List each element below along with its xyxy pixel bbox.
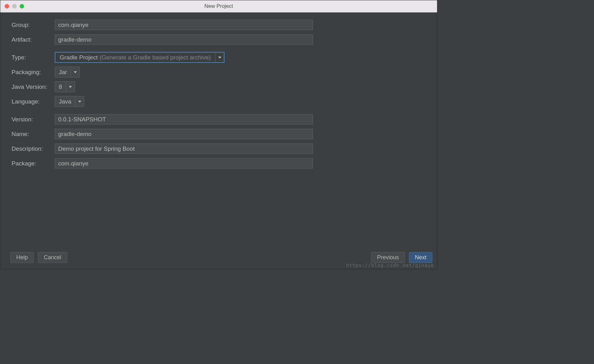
java-version-dropdown[interactable]: 8 (55, 81, 75, 92)
close-icon[interactable] (5, 4, 9, 8)
traffic-lights (5, 4, 24, 8)
group-input[interactable] (55, 20, 313, 30)
package-input[interactable] (55, 158, 313, 169)
maximize-icon[interactable] (20, 4, 24, 8)
language-dropdown[interactable]: Java (55, 96, 84, 107)
svg-marker-1 (74, 71, 77, 73)
type-label: Type: (12, 54, 55, 61)
name-input[interactable] (55, 129, 313, 139)
type-value: Gradle Project (60, 54, 98, 61)
help-button[interactable]: Help (10, 252, 34, 263)
packaging-dropdown[interactable]: Jar (55, 67, 80, 78)
packaging-value: Jar (59, 69, 67, 76)
type-dropdown[interactable]: Gradle Project (Generate a Gradle based … (55, 52, 224, 63)
form-content: Group: Artifact: Type: Gradle Project (G… (0, 13, 437, 169)
artifact-input[interactable] (55, 34, 313, 45)
java-version-value: 8 (59, 83, 62, 90)
svg-marker-0 (218, 57, 221, 58)
svg-marker-2 (69, 86, 72, 88)
packaging-label: Packaging: (12, 69, 55, 76)
window-title: New Project (204, 3, 233, 9)
watermark: https://blog.csdn.net/qinaye (346, 263, 434, 268)
new-project-window: New Project Group: Artifact: Type: Gradl… (0, 0, 437, 269)
titlebar: New Project (0, 0, 437, 13)
description-input[interactable] (55, 144, 313, 154)
cancel-button[interactable]: Cancel (38, 252, 67, 263)
language-value: Java (59, 98, 71, 105)
chevron-down-icon (215, 53, 224, 62)
group-label: Group: (12, 22, 55, 28)
language-label: Language: (12, 98, 55, 105)
name-label: Name: (12, 131, 55, 138)
java-version-label: Java Version: (12, 83, 55, 90)
version-input[interactable] (55, 114, 313, 124)
package-label: Package: (12, 160, 55, 167)
chevron-down-icon (75, 96, 84, 107)
next-button[interactable]: Next (409, 252, 432, 263)
minimize-icon[interactable] (12, 4, 17, 8)
chevron-down-icon (71, 67, 79, 77)
svg-marker-3 (78, 101, 81, 103)
previous-button[interactable]: Previous (371, 252, 405, 263)
type-hint: (Generate a Gradle based project archive… (99, 54, 211, 61)
version-label: Version: (12, 116, 55, 123)
artifact-label: Artifact: (12, 36, 55, 43)
chevron-down-icon (66, 82, 75, 92)
description-label: Description: (12, 145, 55, 152)
